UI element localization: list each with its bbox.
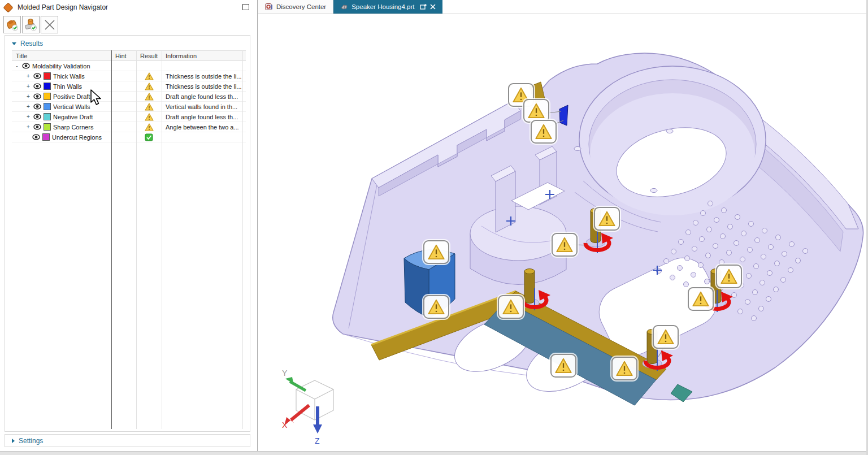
warning-badge[interactable] xyxy=(611,357,637,380)
tree-row-moldability-validation[interactable]: - Moldability Validation xyxy=(12,61,246,71)
results-header[interactable]: Results xyxy=(5,36,250,47)
tree-row-positive-draft[interactable]: + Positive Draft Draft angle found less … xyxy=(12,92,246,102)
molded-part-icon xyxy=(3,2,13,12)
warning-icon xyxy=(145,123,154,131)
result-info: Vertical walls found in th... xyxy=(162,103,246,110)
color-swatch xyxy=(44,123,51,131)
visibility-eye-icon[interactable] xyxy=(33,93,41,99)
warning-badge[interactable] xyxy=(552,233,578,257)
warning-badge[interactable] xyxy=(531,120,557,144)
collapse-arrow-icon xyxy=(12,42,16,45)
warning-icon xyxy=(145,113,154,121)
tab-discovery-center[interactable]: Discovery Center xyxy=(258,0,333,14)
warning-badge[interactable] xyxy=(716,265,742,288)
column-divider[interactable] xyxy=(111,50,112,429)
tree-item-label: Positive Draft xyxy=(53,93,90,100)
mouse-cursor xyxy=(90,89,102,106)
expand-toggle[interactable]: + xyxy=(25,83,31,89)
column-divider[interactable] xyxy=(136,50,137,429)
expand-toggle[interactable]: + xyxy=(25,73,31,79)
tree-item-label: Negative Draft xyxy=(53,114,93,120)
close-tab-icon[interactable] xyxy=(430,4,436,10)
expand-arrow-icon xyxy=(12,439,15,443)
table-header[interactable]: Title Hint Result Information xyxy=(12,50,246,61)
warning-badge[interactable] xyxy=(653,325,679,349)
warning-triangle-icon xyxy=(501,298,521,316)
warning-triangle-icon xyxy=(614,359,635,378)
color-swatch xyxy=(44,83,51,90)
tree-item-label: Thick Walls xyxy=(53,73,85,80)
tab-label: Discovery Center xyxy=(276,3,326,10)
visibility-eye-icon[interactable] xyxy=(33,114,41,120)
visibility-eye-icon[interactable] xyxy=(32,134,40,140)
application-window: Molded Part Design Navigator xyxy=(0,0,868,455)
validate-molded-part-icon xyxy=(6,18,19,32)
expand-toggle[interactable]: + xyxy=(25,103,31,110)
close-icon xyxy=(44,19,56,31)
warning-triangle-icon xyxy=(691,290,711,308)
expand-toggle[interactable]: + xyxy=(25,93,31,99)
result-info: Thickness is outside the li... xyxy=(162,83,246,90)
validate-region-button[interactable] xyxy=(22,16,40,33)
results-table: Title Hint Result Information - Moldabil… xyxy=(12,50,246,429)
warning-badge[interactable] xyxy=(423,295,449,319)
visibility-eye-icon[interactable] xyxy=(33,124,41,130)
tree-row-undercut-regions[interactable]: Undercut Regions xyxy=(12,132,246,142)
col-hint[interactable]: Hint xyxy=(111,51,136,60)
warning-badge[interactable] xyxy=(498,295,524,319)
warning-triangle-icon xyxy=(719,267,739,285)
panel-title: Molded Part Design Navigator xyxy=(18,3,108,11)
visibility-eye-icon[interactable] xyxy=(33,103,41,110)
warning-badge[interactable] xyxy=(550,354,576,378)
tree-row-thin-walls[interactable]: + Thin Walls Thickness is outside the li… xyxy=(12,81,246,92)
warning-icon xyxy=(145,103,154,111)
settings-label: Settings xyxy=(19,437,43,445)
visibility-eye-icon[interactable] xyxy=(33,73,41,79)
expand-toggle[interactable]: + xyxy=(25,124,31,130)
column-divider[interactable] xyxy=(242,50,243,429)
warning-icon xyxy=(145,83,154,90)
column-divider[interactable] xyxy=(162,50,162,429)
validate-region-icon xyxy=(24,18,38,32)
warning-badge[interactable] xyxy=(594,207,620,231)
visibility-eye-icon[interactable] xyxy=(33,83,41,89)
tree-row-thick-walls[interactable]: + Thick Walls Thickness is outside the l… xyxy=(12,71,246,81)
visibility-eye-icon[interactable] xyxy=(22,63,30,69)
result-info: Draft angle found less th... xyxy=(162,93,246,100)
settings-header[interactable]: Settings xyxy=(5,434,250,447)
col-title[interactable]: Title xyxy=(12,51,111,60)
check-icon xyxy=(145,133,153,141)
graphics-viewport[interactable]: Y X Z xyxy=(258,14,868,451)
tree-row-negative-draft[interactable]: + Negative Draft Draft angle found less … xyxy=(12,112,246,122)
expand-toggle[interactable]: - xyxy=(14,63,20,69)
molded-part-design-navigator-panel: Molded Part Design Navigator xyxy=(0,0,258,451)
results-section: Results Title Hint Result Information - … xyxy=(5,35,250,432)
float-window-icon[interactable] xyxy=(420,4,427,10)
close-tool-button[interactable] xyxy=(41,16,58,33)
warning-badge[interactable] xyxy=(688,287,714,311)
warning-triangle-icon xyxy=(526,102,546,120)
tree-item-label: Sharp Corners xyxy=(53,124,94,131)
warning-triangle-icon xyxy=(597,210,617,228)
part-file-icon xyxy=(340,3,348,10)
expand-toggle[interactable]: + xyxy=(25,114,31,120)
float-panel-icon[interactable] xyxy=(242,4,249,10)
tree-row-sharp-corners[interactable]: + Sharp Corners Angle between the two a.… xyxy=(12,122,246,132)
validate-molded-part-button[interactable] xyxy=(3,16,21,33)
tree-item-label: Undercut Regions xyxy=(52,134,102,141)
col-information[interactable]: Information xyxy=(162,51,246,60)
warning-badge[interactable] xyxy=(523,99,549,123)
panel-toolbar xyxy=(3,16,58,33)
tree-row-vertical-walls[interactable]: + Vertical Walls Vertical walls found in… xyxy=(12,102,246,112)
tab-label: Speaker Housing4.prt xyxy=(351,3,414,10)
col-result[interactable]: Result xyxy=(136,51,162,60)
document-tabbar: Discovery Center Speaker Housing4.prt xyxy=(258,0,868,14)
warning-icon xyxy=(145,93,154,101)
tab-speaker-housing4[interactable]: Speaker Housing4.prt xyxy=(333,0,442,14)
results-label: Results xyxy=(20,40,43,47)
warning-badge[interactable] xyxy=(423,240,449,264)
tree-item-label: Moldability Validation xyxy=(32,63,90,70)
warning-triangle-icon xyxy=(426,298,446,316)
result-info: Thickness is outside the li... xyxy=(162,73,246,80)
color-swatch xyxy=(42,133,50,141)
